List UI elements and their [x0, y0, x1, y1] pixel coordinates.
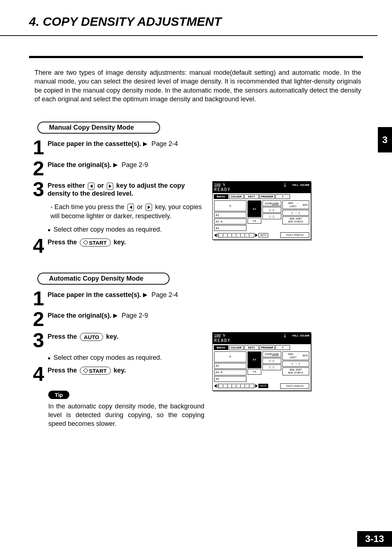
panel-density-slider[interactable]: [217, 233, 254, 237]
panel-density-darker-icon[interactable]: [255, 233, 258, 237]
panel-copy-count: 1: [284, 183, 286, 187]
step-number: 3: [31, 180, 46, 198]
panel-tab-edit[interactable]: EDIT: [244, 345, 259, 350]
panel-duplex-icon[interactable]: ▯→▯: [262, 358, 281, 364]
page-reference: Page 2-9: [122, 312, 148, 319]
panel-stack-icon[interactable]: ≡⇅: [248, 369, 261, 375]
step-text: Place the original(s).: [48, 312, 111, 319]
panel-status: READY: [214, 187, 309, 192]
step-number: 4: [31, 237, 46, 254]
step-number: 2: [31, 160, 46, 177]
panel-paper-a4r[interactable]: A4-R: [214, 370, 246, 375]
step-number: 1: [31, 290, 46, 307]
panel-density-slider[interactable]: [217, 384, 254, 388]
step-text-a: Press the: [48, 367, 77, 374]
panel-density-lighter-icon[interactable]: [214, 233, 217, 237]
panel-tab-program[interactable]: PROGRAM: [260, 345, 275, 350]
copier-display-panel: 100 % 1 FULL COLOUR READY BASIC COLOUR E…: [212, 181, 311, 240]
panel-tab-basic[interactable]: BASIC: [214, 345, 228, 350]
step-bullet: Select other copy modes as required.: [48, 354, 205, 362]
page-reference: Page 2-9: [122, 161, 148, 168]
step-number: 1: [31, 139, 46, 156]
panel-tab-program[interactable]: PROGRAM: [260, 194, 275, 199]
step-text-b: or: [97, 182, 104, 189]
panel-tab-basic[interactable]: BASIC: [214, 194, 228, 199]
intro-paragraph: There are two types of image density adj…: [34, 68, 361, 103]
panel-tab-help-icon[interactable]: ?: [275, 194, 290, 199]
reference-arrow-icon: [143, 293, 147, 297]
panel-copy-count: 1: [284, 334, 286, 338]
step-text: Place paper in the cassette(s).: [48, 140, 141, 147]
panel-paper-a4-sel[interactable]: A4: [248, 351, 261, 368]
panel-one-to-one[interactable]: 1 → 1: [282, 210, 309, 216]
step-number: 4: [31, 365, 46, 383]
step-text-a: Press either: [48, 182, 85, 189]
step-text-a: Press the: [48, 333, 77, 340]
panel-duplex-icon[interactable]: ▯→▯: [262, 207, 281, 213]
panel-text-photo[interactable]: TEXT/PHOTO: [280, 383, 309, 389]
panel-paper-a4[interactable]: A4: [214, 376, 246, 382]
section-number: 4.: [29, 15, 39, 28]
step-number: 2: [31, 310, 46, 328]
manual-step-3: 3 Press either or key to adjust the copy…: [31, 180, 205, 233]
manual-mode-heading: Manual Copy Density Mode: [37, 122, 160, 134]
step-text-b: key.: [114, 239, 126, 246]
copier-display-panel: 100 % 1 FULL COLOUR READY BASIC COLOUR E…: [212, 332, 311, 391]
panel-zoom-button[interactable]: ZOOM100%: [262, 200, 281, 206]
panel-tab-colour[interactable]: COLOUR: [229, 345, 244, 350]
tip-text: In the automatic copy density mode, the …: [48, 402, 204, 428]
panel-paper-a4r[interactable]: A4-R: [214, 219, 246, 224]
panel-sort[interactable]: NON-SORT NON-STAPLE: [282, 367, 309, 375]
panel-one-to-one[interactable]: 1 → 1: [282, 361, 309, 367]
panel-auto-button[interactable]: AUTO: [258, 384, 268, 388]
page-title: 4. COPY DENSITY ADJUSTMENT: [0, 0, 377, 36]
panel-text-photo[interactable]: TEXT/PHOTO: [280, 232, 309, 238]
step-sub-text: - Each time you press the or key, your c…: [50, 203, 205, 221]
panel-org-copy[interactable]: ORG. → COPYAPS: [282, 200, 309, 209]
chapter-tab: 3: [378, 127, 392, 152]
panel-finisher-icon[interactable]: ▢ ▢: [262, 213, 281, 219]
auto-step-3: 3 Press the AUTO key. Select other copy …: [31, 331, 205, 362]
panel-sort[interactable]: NON-SORT NON-STAPLE: [282, 216, 309, 224]
density-lighter-key-icon: [88, 183, 94, 190]
panel-tab-colour[interactable]: COLOUR: [229, 194, 244, 199]
step-text: Place paper in the cassette(s).: [48, 291, 141, 298]
panel-finisher-icon[interactable]: ▢ ▢: [262, 364, 281, 370]
manual-step-2: 2 Place the original(s). Page 2-9: [31, 160, 377, 177]
panel-tab-help-icon[interactable]: ?: [275, 345, 290, 350]
density-darker-key-icon: [107, 183, 113, 190]
start-key-icon: START: [80, 239, 111, 247]
panel-tab-edit[interactable]: EDIT: [244, 194, 259, 199]
density-lighter-key-icon: [127, 204, 134, 211]
step-text-b: key.: [106, 333, 118, 340]
panel-density-darker-icon[interactable]: [255, 384, 258, 388]
panel-paper-a3[interactable]: A3: [214, 212, 246, 218]
panel-colour-mode: FULL COLOUR: [293, 184, 309, 187]
manual-step-1: 1 Place paper in the cassette(s). Page 2…: [31, 139, 377, 156]
step-text-a: Press the: [48, 239, 77, 246]
tip-block: Tip In the automatic copy density mode, …: [48, 391, 204, 428]
panel-zoom-button[interactable]: ZOOM100%: [262, 351, 281, 357]
panel-paper-a4-sel[interactable]: A4: [248, 200, 261, 217]
auto-mode-heading: Automatic Copy Density Mode: [37, 273, 170, 285]
page-reference: Page 2-4: [151, 291, 178, 298]
reference-arrow-icon: [143, 142, 147, 146]
panel-colour-mode: FULL COLOUR: [293, 334, 309, 337]
panel-stack-icon[interactable]: ≡⇅: [248, 218, 261, 224]
page-reference: Page 2-4: [151, 140, 178, 147]
auto-step-2: 2 Place the original(s). Page 2-9: [31, 310, 377, 328]
panel-bypass-tray-icon[interactable]: ⎘: [214, 351, 246, 362]
panel-density-lighter-icon[interactable]: [214, 384, 217, 388]
panel-paper-a4[interactable]: A4: [214, 225, 246, 231]
panel-zoom-pct: 100: [214, 183, 221, 187]
panel-auto-button[interactable]: AUTO: [258, 233, 268, 237]
panel-org-copy[interactable]: ORG. → COPYAPS: [282, 351, 309, 360]
step-number: 3: [31, 331, 46, 349]
density-darker-key-icon: [146, 204, 152, 211]
panel-bypass-tray-icon[interactable]: ⎘: [214, 200, 246, 211]
step-bullet: Select other copy modes as required.: [48, 226, 205, 233]
panel-paper-a3[interactable]: A3: [214, 363, 246, 369]
auto-step-1: 1 Place paper in the cassette(s). Page 2…: [31, 290, 377, 307]
step-text-b: key.: [114, 367, 126, 374]
panel-zoom-pct: 100: [214, 334, 221, 338]
